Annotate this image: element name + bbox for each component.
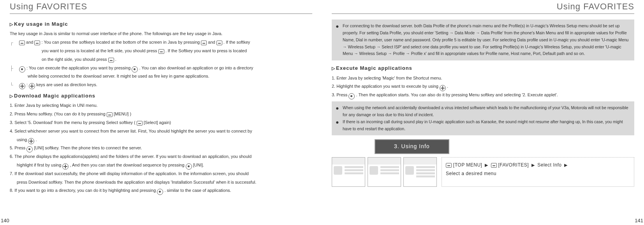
dpad-icon bbox=[19, 83, 25, 89]
key-usage-intro: The key usage in Java is similar to norm… bbox=[10, 30, 312, 38]
text: [MENU] ) bbox=[114, 112, 131, 116]
key-row-softkeys: ┌ and : You can press the softkeys locat… bbox=[10, 39, 312, 46]
text: [UNI]. bbox=[193, 163, 204, 167]
center-key-icon bbox=[19, 66, 25, 73]
text: highlight if first by using bbox=[17, 163, 62, 167]
right-softkey-icon bbox=[108, 58, 114, 62]
screenshot-group bbox=[332, 157, 437, 187]
note-virus-text: When using the network and accidentally … bbox=[343, 105, 630, 119]
page-header-right: Using FAVORITES bbox=[332, 0, 634, 14]
key-row-softkeys-cont: you want to press is located at the left… bbox=[42, 47, 312, 55]
bullet-icon: ● bbox=[336, 119, 343, 133]
tree-connector-icon: ┌ bbox=[10, 39, 19, 46]
execute-step-2: 2. Highlight the application you want to… bbox=[332, 83, 634, 90]
tree-connector-icon: ├ bbox=[10, 64, 19, 72]
nav-favorites: [FAVORITES] bbox=[498, 162, 530, 168]
download-step-7: 7. If the download start successfully, t… bbox=[10, 170, 312, 178]
phone-screenshot-3 bbox=[403, 157, 437, 187]
text: keys are used as direction keys. bbox=[36, 82, 97, 87]
text: and bbox=[208, 40, 216, 44]
download-step-5: 5. Press [UNI] softkey. Then the phone t… bbox=[10, 144, 312, 152]
download-step-6b: highlight if first by using , And then y… bbox=[17, 161, 312, 169]
text: . If the Softkey you want to press is lo… bbox=[165, 48, 247, 53]
center-key-icon bbox=[186, 163, 192, 170]
page-number-right: 141 bbox=[635, 216, 643, 225]
text: on the right side, you should press bbox=[42, 57, 108, 62]
note-call-text: If there is an incoming call during soun… bbox=[343, 119, 630, 133]
text: . bbox=[115, 57, 116, 62]
dpad-icon bbox=[440, 85, 446, 91]
note-data-profile-text: For connecting to the download server. b… bbox=[343, 23, 630, 57]
left-softkey-icon bbox=[491, 163, 497, 168]
nav-top-menu: [TOP MENU] bbox=[453, 162, 484, 168]
tree-connector-icon: └ bbox=[10, 81, 19, 89]
download-step-6: 6. The phone displays the applications(a… bbox=[10, 153, 312, 161]
text: . You can also download an application o… bbox=[139, 66, 253, 70]
nav-select-info: Select Info bbox=[537, 162, 563, 168]
dpad-icon bbox=[29, 83, 35, 89]
text: and bbox=[26, 40, 34, 44]
key-row-dpad: └ : keys are used as direction keys. bbox=[10, 81, 312, 89]
note-warnings: ● When using the network and accidentall… bbox=[332, 101, 634, 135]
download-step-1: 1. Enter Java by selecting Magic in UNI … bbox=[10, 102, 312, 110]
text: [UNI] softkey. Then the phone tries to c… bbox=[34, 145, 142, 150]
section-execute-title: Execute Magic applications bbox=[332, 64, 634, 73]
right-softkey-icon bbox=[137, 121, 143, 126]
page-title-right: Using FAVORITES bbox=[557, 0, 634, 14]
text: . similar to the case of applications. bbox=[164, 188, 231, 193]
download-step-8: 8. If you want to go into a directory, y… bbox=[10, 187, 312, 195]
bullet-icon: ● bbox=[336, 105, 343, 119]
chapter-heading-label: 3. Using Info bbox=[375, 139, 449, 154]
nav-select-desired: Select a desired menu bbox=[446, 169, 630, 178]
execute-step-3: 3. Press . Then the application starts. … bbox=[332, 91, 634, 99]
page-title-left: Using FAVORITES bbox=[10, 0, 87, 14]
download-step-2: 2. Press Menu softkey. (You can do it by… bbox=[10, 110, 312, 118]
right-softkey-icon bbox=[216, 41, 222, 45]
text: : You can press the softkeys located at … bbox=[42, 40, 201, 44]
center-key-icon bbox=[132, 66, 138, 73]
left-softkey-icon bbox=[158, 49, 164, 54]
text: 2. Press Menu softkey. (You can do it by… bbox=[10, 112, 107, 116]
key-row-softkeys-cont2: on the right side, you should press . bbox=[42, 56, 312, 64]
arrow-icon: ▶ bbox=[563, 163, 569, 167]
text: . If the softkey bbox=[223, 40, 250, 44]
key-row-center: ├ : You can execute the application you … bbox=[10, 64, 312, 72]
download-step-4: 4. Select whichever server you want to c… bbox=[10, 128, 312, 135]
note-data-profile: ● For connecting to the download server.… bbox=[332, 19, 634, 60]
info-row: [TOP MENU] ▶ [FAVORITES] ▶ Select Info ▶… bbox=[332, 157, 634, 187]
page-number-left: 140 bbox=[1, 216, 9, 225]
text: 5. Press bbox=[10, 145, 26, 150]
text: using bbox=[17, 137, 28, 142]
dpad-icon bbox=[28, 138, 34, 144]
right-softkey-icon bbox=[34, 41, 40, 45]
download-step-4b: using . bbox=[17, 136, 312, 144]
bullet-icon: ● bbox=[336, 23, 343, 57]
section-key-usage-title: Key usage in Magic bbox=[10, 19, 312, 28]
navigation-path: [TOP MENU] ▶ [FAVORITES] ▶ Select Info ▶… bbox=[442, 157, 634, 187]
text: : You can execute the application you wa… bbox=[26, 66, 132, 70]
phone-screenshot-2 bbox=[368, 157, 401, 187]
text: . Then the application starts. You can a… bbox=[356, 92, 558, 97]
text: , And then you can start the download se… bbox=[70, 163, 185, 167]
right-softkey-icon bbox=[107, 112, 113, 117]
text: 2. Highlight the application you want to… bbox=[332, 84, 440, 89]
page-header-left: Using FAVORITES bbox=[10, 0, 312, 14]
left-softkey-icon bbox=[19, 41, 25, 45]
download-step-3: 3. Select '5. Download' from the menu by… bbox=[10, 119, 312, 127]
text: . bbox=[35, 137, 37, 142]
key-row-center-cont: while being connected to the download se… bbox=[28, 73, 312, 80]
arrow-icon: ▶ bbox=[484, 163, 489, 167]
chapter-heading: 3. Using Info bbox=[332, 139, 634, 154]
text: [Select] again) bbox=[144, 120, 171, 125]
execute-step-1: 1. Enter Java by selecting 'Magic' from … bbox=[332, 74, 634, 82]
arrow-icon: ▶ bbox=[530, 163, 536, 167]
left-softkey-icon bbox=[201, 41, 207, 45]
phone-screenshot-1 bbox=[332, 157, 365, 187]
dpad-icon bbox=[62, 163, 69, 170]
text: 3. Press bbox=[332, 92, 348, 97]
left-softkey-icon bbox=[446, 163, 452, 168]
text: 3. Select '5. Download' from the menu by… bbox=[10, 120, 137, 125]
text: . bbox=[447, 84, 448, 89]
center-key-icon bbox=[157, 189, 163, 195]
center-key-icon bbox=[26, 146, 33, 152]
